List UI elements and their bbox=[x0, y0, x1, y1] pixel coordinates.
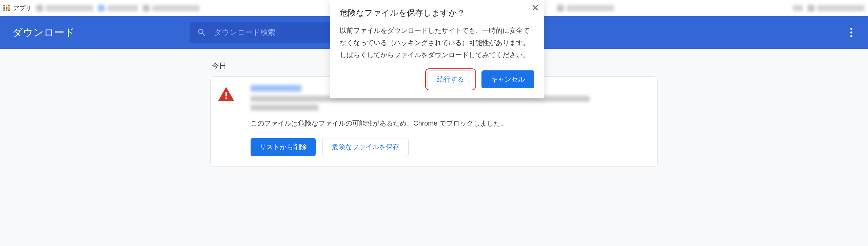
apps-shortcut[interactable]: アプリ bbox=[3, 4, 32, 12]
bookmark-item[interactable] bbox=[808, 5, 865, 12]
dialog-body-text: 以前ファイルをダウンロードしたサイトでも、一時的に安全でなくなっている（ハッキン… bbox=[340, 24, 534, 61]
svg-rect-0 bbox=[225, 92, 227, 96]
search-icon bbox=[197, 28, 206, 37]
page-title: ダウンロード bbox=[12, 26, 75, 40]
confirm-dialog: ✕ 危険なファイルを保存しますか？ 以前ファイルをダウンロードしたサイトでも、一… bbox=[330, 0, 544, 98]
bookmark-item[interactable] bbox=[793, 5, 803, 11]
dialog-title: 危険なファイルを保存しますか？ bbox=[340, 0, 534, 24]
continue-button[interactable]: 続行する bbox=[427, 70, 474, 88]
download-file-url bbox=[251, 105, 318, 111]
cancel-button[interactable]: キャンセル bbox=[481, 70, 534, 88]
download-warning-text: このファイルは危険なファイルの可能性があるため、Chrome でブロックしました… bbox=[251, 119, 647, 128]
bookmark-item[interactable] bbox=[98, 5, 138, 12]
close-icon[interactable]: ✕ bbox=[531, 3, 539, 13]
svg-rect-1 bbox=[225, 97, 227, 99]
bookmark-item[interactable] bbox=[557, 5, 614, 12]
apps-grid-icon bbox=[3, 5, 10, 11]
more-vert-icon[interactable] bbox=[847, 24, 856, 41]
remove-from-list-button[interactable]: リストから削除 bbox=[251, 138, 316, 156]
apps-label: アプリ bbox=[13, 4, 32, 12]
bookmark-item[interactable] bbox=[36, 5, 93, 12]
download-file-name[interactable] bbox=[251, 85, 301, 92]
keep-dangerous-file-button[interactable]: 危険なファイルを保存 bbox=[322, 138, 409, 156]
danger-icon bbox=[218, 87, 234, 101]
bookmark-item[interactable] bbox=[143, 5, 200, 12]
